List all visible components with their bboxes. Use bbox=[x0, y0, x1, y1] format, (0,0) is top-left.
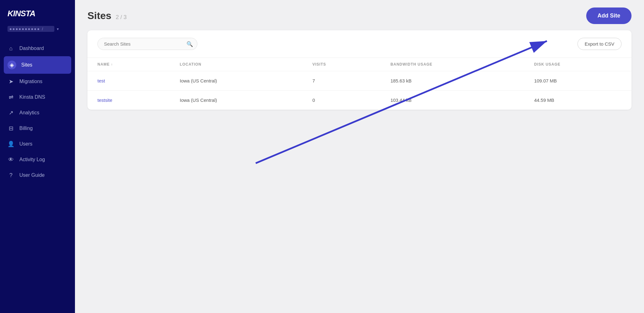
sites-card-header: 🔍 Export to CSV bbox=[87, 30, 632, 58]
sidebar-item-label-dashboard: Dashboard bbox=[19, 46, 44, 51]
site-name-cell: test bbox=[87, 71, 170, 91]
kinsta-dns-icon: ⇌ bbox=[7, 94, 14, 101]
site-bandwidth_usage-cell: 185.63 kB bbox=[380, 71, 524, 91]
sites-content: 🔍 Export to CSV NAME↑LOCATIONVISITSBANDW… bbox=[75, 30, 644, 122]
site-location-cell: Iowa (US Central) bbox=[170, 71, 303, 91]
sites-card: 🔍 Export to CSV NAME↑LOCATIONVISITSBANDW… bbox=[87, 30, 632, 110]
col-header-bandwidth_usage: BANDWIDTH USAGE bbox=[380, 58, 524, 71]
sidebar-item-users[interactable]: 👤Users bbox=[0, 136, 75, 152]
main-header: Sites 2 / 3 Add Site bbox=[75, 0, 644, 30]
table-row: testIowa (US Central)7185.63 kB109.07 MB bbox=[87, 71, 632, 91]
dashboard-icon: ⌂ bbox=[7, 45, 14, 52]
site-visits-cell: 0 bbox=[302, 91, 380, 110]
site-disk_usage-cell: 109.07 MB bbox=[524, 71, 632, 91]
site-name-cell: testsite bbox=[87, 91, 170, 110]
site-count: 2 / 3 bbox=[116, 14, 126, 21]
site-link[interactable]: test bbox=[97, 78, 105, 83]
search-input[interactable] bbox=[97, 38, 197, 50]
sidebar-item-user-guide[interactable]: ?User Guide bbox=[0, 167, 75, 183]
sidebar-item-label-migrations: Migrations bbox=[19, 79, 42, 84]
site-link[interactable]: testsite bbox=[97, 97, 112, 103]
col-header-name[interactable]: NAME↑ bbox=[87, 58, 170, 71]
users-icon: 👤 bbox=[7, 141, 14, 147]
analytics-icon: ↗ bbox=[7, 109, 14, 116]
migrations-icon: ➤ bbox=[7, 78, 14, 85]
sidebar-item-dashboard[interactable]: ⌂Dashboard bbox=[0, 41, 75, 56]
chevron-down-icon: ▾ bbox=[57, 27, 59, 31]
sidebar-item-label-billing: Billing bbox=[19, 126, 33, 131]
search-button[interactable]: 🔍 bbox=[186, 41, 193, 47]
main-content: Sites 2 / 3 Add Site 🔍 Export to CSV NAM… bbox=[75, 0, 644, 313]
billing-icon: ⊟ bbox=[7, 125, 14, 132]
page-title: Sites bbox=[87, 10, 111, 22]
table-row: testsiteIowa (US Central)0103.44 kB44.59… bbox=[87, 91, 632, 110]
add-site-button[interactable]: Add Site bbox=[586, 7, 632, 24]
sidebar-item-billing[interactable]: ⊟Billing bbox=[0, 121, 75, 136]
sidebar-item-kinsta-dns[interactable]: ⇌Kinsta DNS bbox=[0, 89, 75, 105]
sidebar-item-label-analytics: Analytics bbox=[19, 110, 39, 116]
sidebar-nav: ⌂Dashboard◈Sites➤Migrations⇌Kinsta DNS↗A… bbox=[0, 38, 75, 313]
sidebar-item-analytics[interactable]: ↗Analytics bbox=[0, 105, 75, 121]
sort-asc-icon: ↑ bbox=[111, 62, 113, 66]
site-location-cell: Iowa (US Central) bbox=[170, 91, 303, 110]
col-header-visits: VISITS bbox=[302, 58, 380, 71]
account-switcher[interactable]: ●●●●●●●●●● / ▾ bbox=[0, 23, 75, 38]
site-bandwidth_usage-cell: 103.44 kB bbox=[380, 91, 524, 110]
header-left: Sites 2 / 3 bbox=[87, 10, 127, 22]
col-header-disk_usage: DISK USAGE bbox=[524, 58, 632, 71]
sidebar-item-label-users: Users bbox=[19, 141, 32, 147]
sidebar-item-label-sites: Sites bbox=[21, 62, 32, 68]
sidebar-item-label-activity-log: Activity Log bbox=[19, 157, 45, 162]
user-guide-icon: ? bbox=[7, 172, 14, 179]
col-header-location: LOCATION bbox=[170, 58, 303, 71]
sites-icon: ◈ bbox=[7, 61, 16, 69]
activity-log-icon: 👁 bbox=[7, 156, 14, 163]
site-disk_usage-cell: 44.59 MB bbox=[524, 91, 632, 110]
sidebar-item-activity-log[interactable]: 👁Activity Log bbox=[0, 152, 75, 167]
sidebar: KINSTA ●●●●●●●●●● / ▾ ⌂Dashboard◈Sites➤M… bbox=[0, 0, 75, 313]
logo-text: KINSTA bbox=[7, 9, 35, 18]
sidebar-item-label-kinsta-dns: Kinsta DNS bbox=[19, 94, 45, 100]
sidebar-item-label-user-guide: User Guide bbox=[19, 172, 45, 178]
sites-table: NAME↑LOCATIONVISITSBANDWIDTH USAGEDISK U… bbox=[87, 58, 632, 110]
sidebar-item-migrations[interactable]: ➤Migrations bbox=[0, 74, 75, 89]
export-csv-button[interactable]: Export to CSV bbox=[577, 38, 622, 50]
sidebar-logo: KINSTA bbox=[0, 0, 75, 23]
site-visits-cell: 7 bbox=[302, 71, 380, 91]
account-name: ●●●●●●●●●● / bbox=[7, 26, 54, 32]
sidebar-item-sites[interactable]: ◈Sites bbox=[4, 56, 71, 74]
search-container: 🔍 bbox=[97, 38, 197, 50]
